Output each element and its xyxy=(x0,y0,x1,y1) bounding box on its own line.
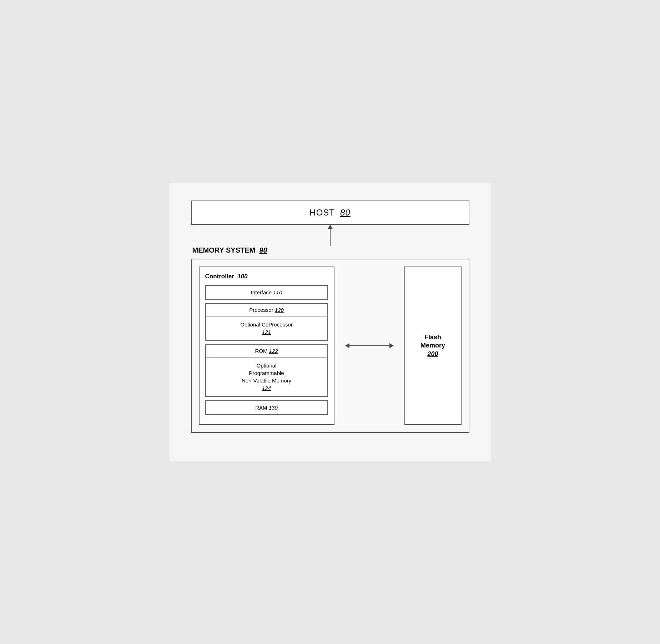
host-to-controller-arrow xyxy=(191,225,469,246)
interface-label: Interface xyxy=(251,289,273,295)
middle-section xyxy=(345,267,394,425)
memory-system-text: MEMORY SYSTEM xyxy=(192,246,256,254)
host-text: HOST xyxy=(309,208,334,217)
coprocessor-ref: 121 xyxy=(262,329,271,335)
interface-ref: 110 xyxy=(273,289,282,295)
rom-label: ROM xyxy=(255,348,269,354)
nvmem-body: OptionalProgrammableNon-Volatile Memory1… xyxy=(206,358,327,396)
flash-label: Flash Memory 200 xyxy=(412,333,454,358)
bidirectional-arrow xyxy=(345,343,394,348)
coprocessor-body: Optional CoProcessor121 xyxy=(206,316,327,340)
arrow-line xyxy=(330,225,331,246)
memory-system-box: Controller 100 Interface 110 Processor 1… xyxy=(191,259,469,433)
controller-text: Controller xyxy=(205,273,234,280)
controller-ref: 100 xyxy=(237,273,247,280)
interface-box: Interface 110 xyxy=(205,285,328,300)
processor-ref: 120 xyxy=(275,307,284,313)
host-ref: 80 xyxy=(340,208,351,217)
coprocessor-label: Optional CoProcessor121 xyxy=(240,321,293,335)
arrow-right-head xyxy=(389,343,394,348)
memory-system-ref: 90 xyxy=(259,246,267,254)
controller-box: Controller 100 Interface 110 Processor 1… xyxy=(199,267,334,425)
host-label: HOST 80 xyxy=(309,208,350,217)
arrow-h-line xyxy=(349,345,389,346)
host-box: HOST 80 xyxy=(191,201,469,225)
processor-label: Processor xyxy=(249,307,275,313)
ram-ref: 130 xyxy=(269,405,278,411)
arrow-left-head xyxy=(345,343,349,348)
processor-group: Processor 120 Optional CoProcessor121 xyxy=(205,303,328,341)
nvmem-label: OptionalProgrammableNon-Volatile Memory1… xyxy=(242,362,291,391)
flash-memory-box: Flash Memory 200 xyxy=(404,267,462,425)
arrow-horizontal xyxy=(345,343,394,348)
processor-header: Processor 120 xyxy=(206,304,327,316)
rom-header: ROM 122 xyxy=(206,345,327,358)
flash-ref: 200 xyxy=(427,350,438,358)
diagram-container: HOST 80 MEMORY SYSTEM 90 Controller 100 … xyxy=(170,183,491,461)
flash-text: Flash Memory xyxy=(420,334,445,349)
ram-box: RAM 130 xyxy=(205,400,328,415)
nvmem-ref: 124 xyxy=(262,385,271,391)
rom-group: ROM 122 OptionalProgrammableNon-Volatile… xyxy=(205,344,328,397)
controller-label: Controller 100 xyxy=(205,273,328,280)
rom-ref: 122 xyxy=(269,348,278,354)
ram-label: RAM xyxy=(255,405,269,411)
memory-system-label: MEMORY SYSTEM 90 xyxy=(191,246,469,254)
